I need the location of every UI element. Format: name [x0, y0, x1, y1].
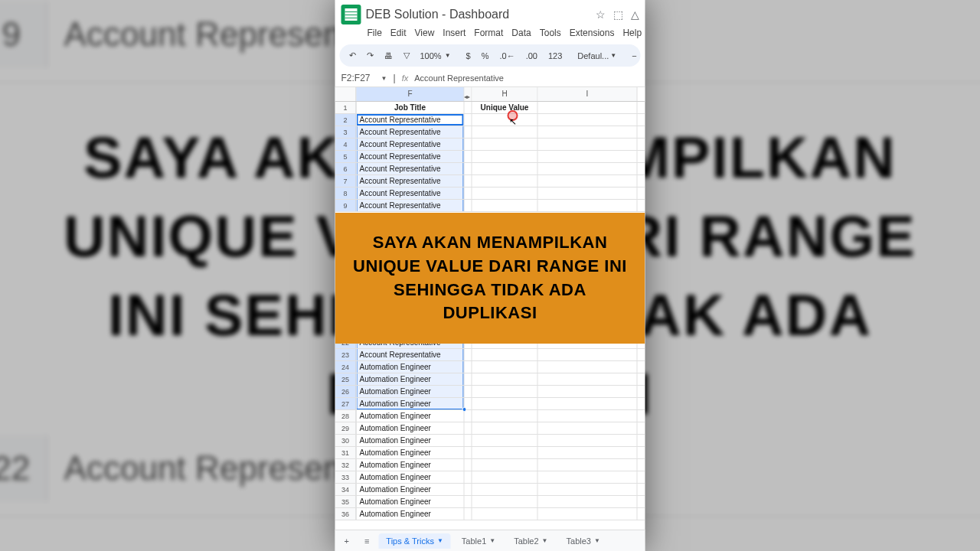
column-header-i[interactable]: I [538, 87, 638, 101]
cell[interactable]: Account Representative [357, 151, 465, 162]
cell[interactable] [472, 163, 538, 174]
cell[interactable] [538, 410, 638, 422]
cell[interactable] [472, 410, 538, 422]
cell[interactable] [472, 200, 538, 211]
cell[interactable] [472, 435, 538, 446]
menu-help[interactable]: Help [619, 26, 645, 40]
redo-button[interactable]: ↷ [362, 47, 378, 64]
cell[interactable]: Automation Engineer [357, 386, 465, 397]
cell[interactable] [465, 459, 472, 471]
column-header-h[interactable]: H [472, 87, 538, 101]
cell[interactable] [538, 496, 638, 507]
row-header[interactable]: 29 [335, 422, 357, 434]
cell[interactable] [465, 386, 472, 397]
document-title[interactable]: DEB Solution - Dashboard [366, 8, 591, 21]
column-header-f[interactable]: F [357, 87, 465, 101]
currency-button[interactable]: $ [462, 48, 475, 64]
menu-extensions[interactable]: Extensions [567, 26, 618, 40]
menu-file[interactable]: File [364, 26, 385, 40]
row-header[interactable]: 32 [335, 459, 357, 471]
cell[interactable]: Account Representative [357, 349, 465, 360]
cell[interactable] [472, 496, 538, 507]
move-icon[interactable]: ⬚ [613, 8, 623, 21]
row-header[interactable]: 9 [335, 200, 357, 211]
zoom-select[interactable]: 100%▼ [416, 48, 456, 64]
cell[interactable]: Account Representative [357, 126, 465, 138]
row-header[interactable]: 33 [335, 471, 357, 483]
cell[interactable]: Automation Engineer [357, 435, 465, 446]
cell[interactable] [465, 471, 472, 483]
cell[interactable]: Automation Engineer [357, 496, 465, 507]
cell[interactable] [538, 126, 638, 138]
cell[interactable] [472, 187, 538, 199]
cell[interactable]: Automation Engineer [357, 410, 465, 422]
cell[interactable] [472, 398, 538, 409]
font-select[interactable]: Defaul...▼ [573, 48, 621, 64]
cell[interactable] [465, 422, 472, 434]
cell[interactable] [472, 126, 538, 138]
cell[interactable]: Job Title [357, 102, 465, 113]
row-header[interactable]: 3 [335, 126, 357, 138]
paint-format-button[interactable]: ▽ [399, 47, 414, 64]
cell[interactable] [465, 435, 472, 446]
row-header[interactable]: 28 [335, 410, 357, 422]
cell[interactable] [538, 102, 638, 113]
row-header[interactable]: 30 [335, 435, 357, 446]
row-header[interactable]: 1 [335, 102, 357, 113]
cell[interactable] [538, 447, 638, 458]
percent-button[interactable]: % [477, 48, 494, 64]
decrease-font-button[interactable]: − [627, 48, 641, 64]
cell[interactable]: Account Representative [357, 163, 465, 174]
cell[interactable] [538, 139, 638, 150]
cell[interactable] [538, 459, 638, 471]
cell[interactable] [538, 422, 638, 434]
cell[interactable]: Account Representative [357, 114, 465, 126]
cell[interactable]: Automation Engineer [357, 373, 465, 385]
cell[interactable] [465, 447, 472, 458]
cell[interactable] [538, 386, 638, 397]
chevron-down-icon[interactable]: ▼ [489, 537, 495, 544]
cell[interactable] [538, 349, 638, 360]
cell[interactable] [465, 139, 472, 150]
cell[interactable] [472, 447, 538, 458]
cloud-icon[interactable]: △ [631, 8, 639, 21]
cell[interactable]: Account Representative [357, 175, 465, 187]
row-header[interactable]: 6 [335, 163, 357, 174]
row-header[interactable]: 4 [335, 139, 357, 150]
cell[interactable] [472, 422, 538, 434]
cell[interactable] [538, 398, 638, 409]
cell[interactable]: Automation Engineer [357, 459, 465, 471]
menu-tools[interactable]: Tools [537, 26, 564, 40]
select-all-corner[interactable] [335, 87, 357, 101]
cell[interactable]: Automation Engineer [357, 508, 465, 520]
cell[interactable]: Account Representative [357, 139, 465, 150]
tab-table2[interactable]: Table2▼ [506, 533, 555, 549]
cell[interactable] [465, 349, 472, 360]
spreadsheet-grid[interactable]: F ◂▸ H I 1Job TitleUnique Value2Account … [335, 87, 645, 530]
tab-table1[interactable]: Table1▼ [454, 533, 503, 549]
cell[interactable]: Account Representative [357, 187, 465, 199]
row-header[interactable]: 25 [335, 373, 357, 385]
all-sheets-button[interactable]: ≡ [358, 533, 375, 549]
tab-table3[interactable]: Table3▼ [559, 533, 608, 549]
cell[interactable] [465, 175, 472, 187]
cell[interactable] [465, 114, 472, 126]
cell[interactable] [538, 175, 638, 187]
cell[interactable] [538, 361, 638, 373]
row-header[interactable]: 5 [335, 151, 357, 162]
cell[interactable] [472, 471, 538, 483]
name-box[interactable]: F2:F27▼ [341, 73, 387, 83]
cell[interactable] [538, 114, 638, 126]
cell[interactable] [465, 508, 472, 520]
chevron-down-icon[interactable]: ▼ [542, 537, 548, 544]
cell[interactable] [465, 187, 472, 199]
row-header[interactable]: 23 [335, 349, 357, 360]
cell[interactable] [472, 373, 538, 385]
decrease-decimal-button[interactable]: .0← [495, 48, 519, 64]
cell[interactable] [465, 163, 472, 174]
cell[interactable] [472, 175, 538, 187]
cell[interactable] [465, 126, 472, 138]
cell[interactable] [472, 349, 538, 360]
chevron-down-icon[interactable]: ▼ [594, 537, 600, 544]
cell[interactable] [538, 435, 638, 446]
